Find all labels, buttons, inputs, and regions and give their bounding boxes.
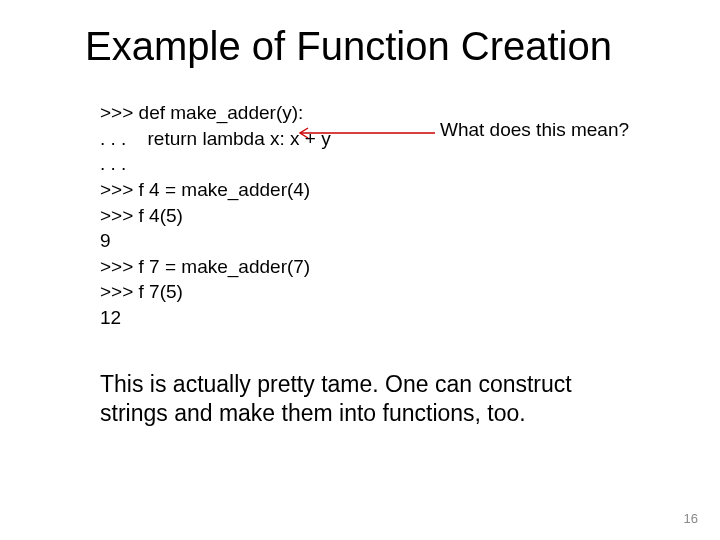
code-line: >>> f 4(5) [100, 205, 183, 226]
code-line: 12 [100, 307, 121, 328]
code-line: >>> f 4 = make_adder(4) [100, 179, 310, 200]
code-line: >>> f 7 = make_adder(7) [100, 256, 310, 277]
annotation-text: What does this mean? [440, 119, 629, 141]
code-line: 9 [100, 230, 111, 251]
slide: Example of Function Creation >>> def mak… [0, 0, 720, 540]
arrow-icon [290, 126, 435, 140]
body-text: This is actually pretty tame. One can co… [100, 370, 640, 428]
slide-title: Example of Function Creation [85, 24, 612, 69]
code-line: . . . [100, 153, 126, 174]
code-line: >>> f 7(5) [100, 281, 183, 302]
code-line: >>> def make_adder(y): [100, 102, 303, 123]
page-number: 16 [684, 511, 698, 526]
